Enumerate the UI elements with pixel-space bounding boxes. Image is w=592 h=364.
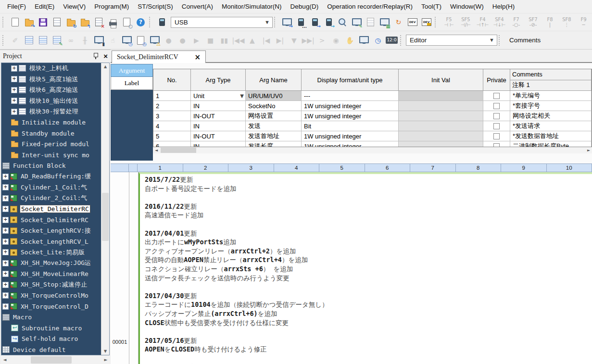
tree-item-25[interactable]: Self-hold macro xyxy=(1,334,109,345)
private-checkbox[interactable] xyxy=(493,113,500,119)
expand-icon[interactable] xyxy=(2,260,9,266)
cell-comment[interactable]: *套接字号 xyxy=(510,101,592,111)
project-tree-vertical-scrollbar[interactable]: ▲ ▼ xyxy=(101,63,109,355)
tree-item-11[interactable]: Cylinder_1_Coil:气 xyxy=(1,182,109,193)
write-to-plc-button[interactable]: → xyxy=(308,15,322,29)
help-button[interactable] xyxy=(134,15,148,29)
tree-item-3[interactable]: 模块10_输出传送 xyxy=(1,96,109,107)
tree-item-13[interactable]: Socket_DelimiterRC xyxy=(1,204,109,215)
new-ladder-button[interactable] xyxy=(50,15,64,29)
close-icon[interactable]: × xyxy=(103,52,108,60)
cell-init-val[interactable] xyxy=(399,91,483,101)
cell-arg-type[interactable]: IN xyxy=(191,141,246,147)
dev-monitor-button[interactable] xyxy=(405,15,419,29)
chevron-down-icon[interactable]: ▼ xyxy=(240,93,244,99)
menu-item-file[interactable]: File(F) xyxy=(3,1,30,12)
tree-item-9[interactable]: Function Block xyxy=(1,161,109,172)
save-project-button[interactable] xyxy=(36,15,50,29)
menu-item-help[interactable]: Help(H) xyxy=(488,1,519,12)
cell-arg-type[interactable]: IN-OUT xyxy=(191,111,246,121)
tree-item-15[interactable]: Socket_LengthRCV:接 xyxy=(1,226,109,237)
menu-item-stscript[interactable]: ST/Script(S) xyxy=(133,1,177,12)
expand-icon[interactable] xyxy=(11,109,17,115)
expand-icon[interactable] xyxy=(2,174,9,180)
pin-icon[interactable] xyxy=(92,52,100,60)
expand-icon[interactable] xyxy=(2,217,9,223)
scroll-left-icon[interactable]: ◄ xyxy=(153,147,160,153)
menu-item-window[interactable]: Window(W) xyxy=(446,1,488,12)
cell-comment[interactable]: 网络设定相关 xyxy=(510,111,592,121)
cell-arg-name[interactable]: UR/UM/UV0 xyxy=(246,91,302,101)
dev-monitor-2-button[interactable] xyxy=(419,15,433,29)
import-ladder-button[interactable]: ↰ xyxy=(78,15,92,29)
connection-target-select[interactable]: USB ▼ xyxy=(171,17,273,28)
menu-item-convert[interactable]: Convert(A) xyxy=(177,1,217,12)
cell-private[interactable] xyxy=(483,141,510,147)
target-device-button[interactable] xyxy=(155,15,169,29)
device-list-button[interactable] xyxy=(22,33,36,47)
tree-item-26[interactable]: Device default xyxy=(1,344,109,355)
cell-arg-name[interactable]: SocketNo xyxy=(246,101,302,111)
scroll-left-icon[interactable]: ◄ xyxy=(1,356,9,364)
print-preview-button[interactable]: ○ xyxy=(120,15,134,29)
cell-display-format[interactable]: 1W unsigned integer xyxy=(302,141,399,147)
time-display-button[interactable]: 12:0 xyxy=(385,33,399,47)
mode-select[interactable]: Editor ▼ xyxy=(406,35,497,46)
private-checkbox[interactable] xyxy=(493,103,500,109)
plc-comment-button[interactable]: … xyxy=(294,15,308,29)
cell-private[interactable] xyxy=(483,111,510,121)
expand-icon[interactable] xyxy=(11,65,17,72)
scroll-right-icon[interactable]: ► xyxy=(585,147,592,153)
cell-arg-type[interactable]: IN-OUT xyxy=(191,131,246,141)
read-from-plc-button[interactable]: → xyxy=(322,15,336,29)
menu-item-tool[interactable]: Tool(T) xyxy=(417,1,446,12)
tree-item-8[interactable]: Inter-unit sync mo xyxy=(1,150,109,161)
cell-no[interactable]: 6 xyxy=(153,141,191,147)
expand-icon[interactable] xyxy=(11,87,17,93)
tree-item-22[interactable]: XH_TorqueControl_D xyxy=(1,301,109,312)
tree-item-19[interactable]: XH_SH_MoveLinearRe xyxy=(1,269,109,280)
expand-icon[interactable] xyxy=(2,249,9,255)
expand-icon[interactable] xyxy=(2,227,9,234)
cell-comment[interactable]: *单元编号 xyxy=(510,91,592,101)
cell-display-format[interactable]: 1W unsigned integer xyxy=(302,101,399,111)
expand-icon[interactable] xyxy=(2,271,9,277)
cell-display-format[interactable]: --- xyxy=(302,91,399,101)
menu-item-view[interactable]: View(V) xyxy=(59,1,90,12)
tree-item-10[interactable]: AD_ReadBuffering:缓 xyxy=(1,171,109,182)
scrollbar-thumb[interactable] xyxy=(31,356,72,364)
cell-display-format[interactable]: Bit xyxy=(302,121,399,131)
expand-icon[interactable] xyxy=(2,195,9,201)
cell-private[interactable] xyxy=(483,101,510,111)
verify-button[interactable] xyxy=(336,15,350,29)
cell-no[interactable]: 3 xyxy=(153,111,191,121)
script-text-area[interactable]: 2015/7/22更新自ポート番号設定モードを追加 2016/11/22更新高速… xyxy=(139,172,592,364)
transfer-setting-button[interactable]: → xyxy=(280,15,294,29)
tree-item-20[interactable]: XH_SH_Stop:减速停止 xyxy=(1,279,109,290)
cell-display-format[interactable]: 1W unsigned integer xyxy=(302,131,399,141)
tree-item-12[interactable]: Cylinder_2_Coil:气 xyxy=(1,193,109,204)
cell-private[interactable] xyxy=(483,121,510,131)
tree-item-24[interactable]: Subroutine macro xyxy=(1,323,109,334)
tree-item-4[interactable]: 模块30-报警处理 xyxy=(1,106,109,117)
cell-comment[interactable]: 二进制数据长度Byte xyxy=(510,141,592,147)
menu-item-debug[interactable]: Debug(D) xyxy=(286,1,323,12)
new-file-button[interactable] xyxy=(8,15,22,29)
project-tree-horizontal-scrollbar[interactable]: ◄ ► xyxy=(1,356,110,364)
expand-icon[interactable] xyxy=(2,292,9,299)
menu-item-operationrecorderreplay[interactable]: Operation recorder/Replay(R) xyxy=(323,1,417,12)
tree-item-23[interactable]: Macro xyxy=(1,312,109,323)
cell-init-val[interactable] xyxy=(399,121,483,131)
tree-item-1[interactable]: 模块5_高度1输送 xyxy=(1,74,109,85)
tree-item-18[interactable]: XH_SH_MoveJog:JOG运 xyxy=(1,258,109,269)
edit-list-button[interactable]: ✎ xyxy=(50,33,64,47)
cell-arg-type[interactable]: IN xyxy=(191,101,246,111)
tree-item-6[interactable]: Standby module xyxy=(1,128,109,139)
expand-icon[interactable] xyxy=(2,184,9,190)
tab-close-icon[interactable]: × xyxy=(194,53,201,62)
cell-private[interactable] xyxy=(483,131,510,141)
expand-icon[interactable] xyxy=(2,206,9,212)
cell-arg-type[interactable]: IN xyxy=(191,121,246,131)
scrollbar-thumb[interactable] xyxy=(102,193,109,241)
private-checkbox[interactable] xyxy=(493,123,500,129)
